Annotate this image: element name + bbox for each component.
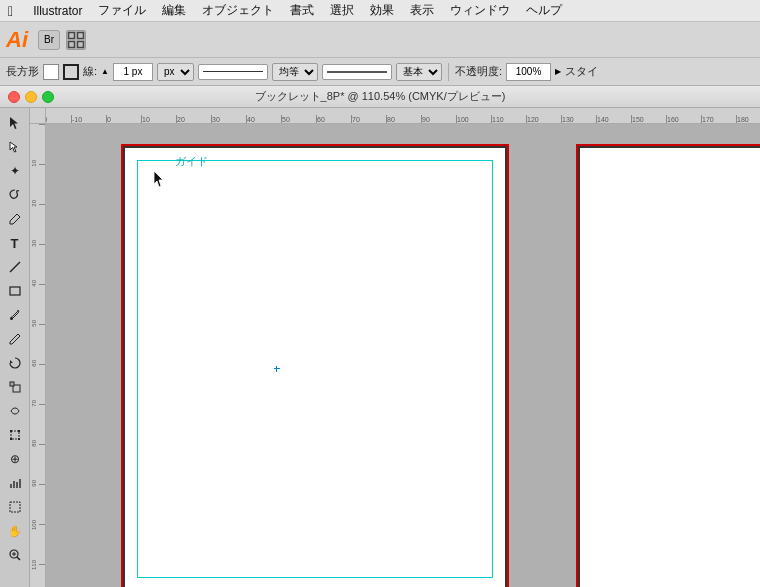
shape-label: 長方形 [6, 64, 39, 79]
page-canvas[interactable]: ガイド [125, 148, 505, 587]
canvas-area: -20-100102030405060708090100110120130140… [30, 108, 760, 587]
svg-rect-13 [11, 431, 19, 439]
zoom-tool[interactable] [4, 544, 26, 566]
page2-border [576, 144, 760, 587]
hand-tool[interactable]: ✋ [4, 520, 26, 542]
svg-line-6 [15, 214, 17, 216]
svg-line-24 [17, 557, 20, 560]
stroke-swatch[interactable] [63, 64, 79, 80]
direct-select-tool[interactable] [4, 136, 26, 158]
line-tool[interactable] [4, 256, 26, 278]
menu-effect[interactable]: 効果 [370, 2, 394, 19]
opacity-arrow[interactable]: ▶ [555, 67, 561, 76]
warp-tool[interactable] [4, 400, 26, 422]
separator [448, 63, 449, 81]
svg-marker-5 [10, 142, 17, 152]
menu-view[interactable]: 表示 [410, 2, 434, 19]
fill-swatch[interactable] [43, 64, 59, 80]
svg-rect-17 [18, 438, 20, 440]
magic-wand-tool[interactable]: ✦ [4, 160, 26, 182]
svg-rect-1 [78, 32, 84, 38]
svg-rect-18 [10, 484, 12, 488]
cursor-arrow [153, 170, 167, 191]
page-border: ガイド [121, 144, 509, 587]
close-button[interactable] [8, 91, 20, 103]
ai-logo: Ai [6, 27, 28, 53]
free-transform-tool[interactable] [4, 424, 26, 446]
rectangle-tool[interactable] [4, 280, 26, 302]
svg-point-9 [10, 317, 13, 320]
guide-rectangle [137, 160, 493, 578]
svg-marker-27 [154, 171, 163, 187]
lasso-tool[interactable] [4, 184, 26, 206]
stroke-style-select[interactable]: 均等 [272, 63, 318, 81]
minimize-button[interactable] [25, 91, 37, 103]
stroke-up-arrow[interactable]: ▲ [101, 67, 109, 76]
bridge-button[interactable]: Br [38, 30, 60, 50]
stroke-label: 線: [83, 64, 97, 79]
svg-line-7 [10, 262, 20, 272]
svg-rect-16 [10, 438, 12, 440]
left-toolbar: ✦ T [0, 108, 30, 587]
stroke-style-preview[interactable] [198, 64, 268, 80]
svg-marker-10 [10, 360, 13, 363]
pencil-tool[interactable] [4, 328, 26, 350]
svg-rect-0 [69, 32, 75, 38]
rotate-tool[interactable] [4, 352, 26, 374]
stroke-width-input[interactable] [113, 63, 153, 81]
svg-rect-8 [10, 287, 20, 295]
vertical-ruler: 0102030405060708090100110120 [30, 124, 46, 587]
type-tool[interactable]: T [4, 232, 26, 254]
opacity-input[interactable] [506, 63, 551, 81]
paintbrush-tool[interactable] [4, 304, 26, 326]
horizontal-ruler: -20-100102030405060708090100110120130140… [46, 108, 760, 124]
apple-menu[interactable]:  [8, 3, 13, 19]
menu-help[interactable]: ヘルプ [526, 2, 562, 19]
stroke-preset-preview[interactable] [322, 64, 392, 80]
artboard-tool[interactable] [4, 496, 26, 518]
menu-object[interactable]: オブジェクト [202, 2, 274, 19]
svg-marker-4 [10, 117, 18, 129]
center-mark [274, 366, 280, 372]
menu-select[interactable]: 選択 [330, 2, 354, 19]
traffic-lights [8, 91, 54, 103]
svg-rect-19 [13, 481, 15, 488]
menu-edit[interactable]: 編集 [162, 2, 186, 19]
style-label: スタイ [565, 64, 598, 79]
svg-rect-12 [10, 382, 14, 386]
select-tool[interactable] [4, 112, 26, 134]
stroke-unit-select[interactable]: px [157, 63, 194, 81]
opacity-label: 不透明度: [455, 64, 502, 79]
document-title: ブックレット_8P* @ 110.54% (CMYK/プレビュー) [255, 89, 506, 104]
options-bar: 長方形 線: ▲ px 均等 基本 不透明度: ▶ スタイ [0, 58, 760, 86]
graph-tool[interactable] [4, 472, 26, 494]
ruler-corner [30, 108, 46, 124]
scale-tool[interactable] [4, 376, 26, 398]
symbol-tool[interactable]: ⊕ [4, 448, 26, 470]
document-viewport[interactable]: ガイド [46, 124, 760, 587]
menu-bar:  Illustrator ファイル 編集 オブジェクト 書式 選択 効果 表示… [0, 0, 760, 22]
title-bar: ブックレット_8P* @ 110.54% (CMYK/プレビュー) [0, 86, 760, 108]
menu-illustrator[interactable]: Illustrator [33, 4, 82, 18]
svg-rect-2 [69, 41, 75, 47]
pen-tool[interactable] [4, 208, 26, 230]
guide-label: ガイド [175, 154, 208, 169]
main-area: ✦ T [0, 108, 760, 587]
menu-window[interactable]: ウィンドウ [450, 2, 510, 19]
grid-icon [67, 31, 85, 49]
svg-rect-22 [10, 502, 20, 512]
svg-rect-14 [10, 430, 12, 432]
svg-rect-3 [78, 41, 84, 47]
svg-rect-21 [19, 479, 21, 488]
svg-rect-20 [16, 482, 18, 488]
menu-file[interactable]: ファイル [98, 2, 146, 19]
main-toolbar: Ai Br [0, 22, 760, 58]
svg-rect-15 [18, 430, 20, 432]
page2-canvas[interactable] [580, 148, 760, 587]
document-window: ブックレット_8P* @ 110.54% (CMYK/プレビュー) ✦ T [0, 86, 760, 587]
stroke-preset-select[interactable]: 基本 [396, 63, 442, 81]
maximize-button[interactable] [42, 91, 54, 103]
grid-button[interactable] [66, 30, 86, 50]
canvas-row: 0102030405060708090100110120 ガイド [30, 124, 760, 587]
menu-type[interactable]: 書式 [290, 2, 314, 19]
